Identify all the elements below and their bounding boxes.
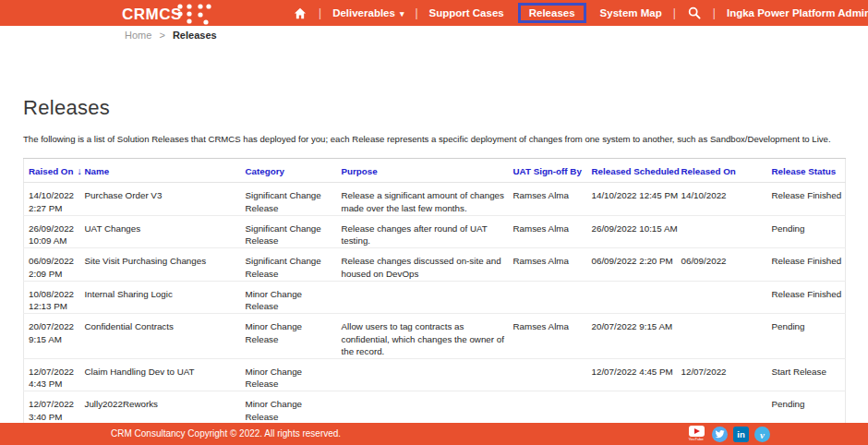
cell-uat-sign-off-by <box>513 391 592 425</box>
vimeo-icon: v <box>760 429 765 440</box>
cell-uat-sign-off-by <box>513 358 592 391</box>
page-footer: CRM Consultancy Copyright © 2022. All ri… <box>0 423 868 445</box>
cell-released-scheduled: 12/07/2022 4:45 PM <box>592 358 681 391</box>
cell-category: Significant Change Release <box>246 215 342 248</box>
home-nav-button[interactable] <box>283 7 318 19</box>
nav-item-releases[interactable]: Releases <box>518 3 586 23</box>
nav-label: Support Cases <box>429 7 504 18</box>
twitter-icon <box>715 430 725 439</box>
cell-raised-on: 14/10/2022 2:27 PM <box>24 183 85 216</box>
cell-category: Minor Change Release <box>246 391 342 425</box>
cell-uat-sign-off-by: Ramses Alma <box>513 215 592 248</box>
column-header-released-scheduled[interactable]: Released Scheduled <box>592 159 681 183</box>
main-navigation: | Deliverables ▾ | Support Cases Release… <box>283 0 868 26</box>
search-icon <box>688 6 701 19</box>
cell-purpose <box>342 391 513 425</box>
releases-table: Raised On↓ Name Category Purpose UAT Sig… <box>23 158 846 445</box>
search-button[interactable] <box>677 6 712 19</box>
cell-purpose: Allow users to tag contracts as confiden… <box>342 314 513 359</box>
cell-released-scheduled: 20/07/2022 9:15 AM <box>592 314 681 359</box>
cell-uat-sign-off-by <box>513 281 592 314</box>
cell-raised-on: 20/07/2022 9:15 AM <box>24 314 85 359</box>
column-header-name[interactable]: Name <box>85 159 246 183</box>
nav-label: Releases <box>529 7 575 18</box>
cell-released-on <box>681 391 772 425</box>
cell-category: Minor Change Release <box>246 314 342 359</box>
linkedin-icon: in <box>737 429 744 439</box>
cell-purpose <box>342 281 513 314</box>
cell-name: Jully2022Reworks <box>85 391 246 425</box>
cell-release-status: Pending <box>772 391 846 425</box>
logo-dots-icon <box>175 3 222 26</box>
cell-released-on: 14/10/2022 <box>681 183 772 216</box>
nav-item-support-cases[interactable]: Support Cases <box>419 7 514 18</box>
cell-raised-on: 12/07/2022 4:43 PM <box>24 358 85 391</box>
column-label: Raised On <box>29 166 73 176</box>
cell-released-on <box>681 314 772 359</box>
nav-label: System Map <box>600 7 662 18</box>
cell-purpose <box>342 358 513 391</box>
cell-released-scheduled: 06/09/2022 2:20 PM <box>592 248 681 282</box>
cell-purpose: Release a significant amount of changes … <box>342 183 513 216</box>
youtube-link[interactable]: YouTube <box>686 426 706 445</box>
cell-raised-on: 10/08/2022 12:13 PM <box>24 281 85 314</box>
cell-category: Minor Change Release <box>246 281 342 314</box>
main-content: Releases The following is a list of Solu… <box>0 42 868 445</box>
page-description: The following is a list of Solution Rele… <box>23 134 845 144</box>
table-row: 14/10/2022 2:27 PM Purchase Order V3 Sig… <box>24 183 846 216</box>
nav-item-system-map[interactable]: System Map <box>590 7 672 18</box>
column-header-raised-on[interactable]: Raised On↓ <box>24 159 85 183</box>
youtube-icon <box>689 426 705 437</box>
table-row: 12/07/2022 3:40 PM Jully2022Reworks Mino… <box>24 391 846 425</box>
cell-name: Claim Handling Dev to UAT <box>85 358 246 391</box>
cell-purpose: Release changes discussed on-site and ho… <box>342 248 513 282</box>
sort-descending-icon: ↓ <box>77 165 81 176</box>
user-menu-label: Ingka Power Platform Admin <box>727 7 868 18</box>
breadcrumb-separator: > <box>159 30 164 41</box>
home-icon <box>294 7 307 19</box>
cell-name: Site Visit Purchasing Changes <box>85 248 246 282</box>
column-header-uat-sign-off-by[interactable]: UAT Sign-off By <box>513 159 592 183</box>
cell-released-scheduled: 26/09/2022 10:15 AM <box>592 215 681 248</box>
logo-text: CRMCS <box>122 6 182 23</box>
cell-release-status: Release Finished <box>772 281 846 314</box>
cell-release-status: Release Finished <box>772 248 846 282</box>
cell-raised-on: 06/09/2022 2:09 PM <box>24 248 85 282</box>
cell-release-status: Start Release <box>772 358 846 391</box>
cell-category: Minor Change Release <box>246 358 342 391</box>
user-menu[interactable]: Ingka Power Platform Admin ▾ <box>717 7 868 18</box>
youtube-icon-label: YouTube <box>689 437 705 441</box>
vimeo-link[interactable]: v <box>754 427 770 442</box>
cell-name: Purchase Order V3 <box>85 183 246 216</box>
cell-release-status: Release Finished <box>772 183 846 216</box>
nav-item-deliverables[interactable]: Deliverables ▾ <box>322 7 414 18</box>
page-title: Releases <box>23 96 845 120</box>
cell-released-on: 12/07/2022 <box>681 358 772 391</box>
cell-release-status: Pending <box>772 215 846 248</box>
cell-released-on <box>681 215 772 248</box>
column-header-release-status[interactable]: Release Status <box>772 159 846 183</box>
table-row: 06/09/2022 2:09 PM Site Visit Purchasing… <box>24 248 846 282</box>
nav-label: Deliverables <box>332 7 395 18</box>
crmcs-logo[interactable]: CRMCS <box>122 1 182 29</box>
column-header-category[interactable]: Category <box>246 159 342 183</box>
copyright-text: CRM Consultancy Copyright © 2022. All ri… <box>111 428 341 439</box>
cell-release-status: Pending <box>772 314 846 359</box>
social-links: YouTube in v <box>686 426 770 445</box>
linkedin-link[interactable]: in <box>733 427 749 442</box>
column-header-purpose[interactable]: Purpose <box>342 159 513 183</box>
cell-name: Internal Sharing Logic <box>85 281 246 314</box>
twitter-link[interactable] <box>712 427 728 442</box>
cell-uat-sign-off-by: Ramses Alma <box>513 314 592 359</box>
table-header-row: Raised On↓ Name Category Purpose UAT Sig… <box>24 159 846 183</box>
cell-released-on <box>681 281 772 314</box>
column-header-released-on[interactable]: Released On <box>681 159 772 183</box>
table-row: 26/09/2022 10:09 AM UAT Changes Signific… <box>24 215 846 248</box>
cell-category: Significant Change Release <box>246 183 342 216</box>
breadcrumb-home-link[interactable]: Home <box>125 30 151 41</box>
cell-raised-on: 26/09/2022 10:09 AM <box>24 215 85 248</box>
cell-released-scheduled <box>592 391 681 425</box>
table-row: 12/07/2022 4:43 PM Claim Handling Dev to… <box>24 358 846 391</box>
cell-released-scheduled: 14/10/2022 12:45 PM <box>592 183 681 216</box>
cell-released-scheduled <box>592 281 681 314</box>
